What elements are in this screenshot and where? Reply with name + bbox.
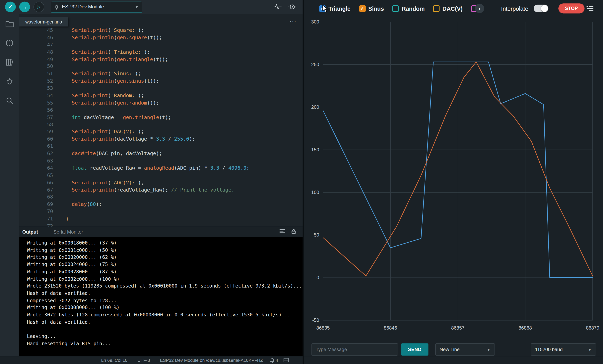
code-line-67[interactable]: 67 Serial.println(readVoltage_Raw); // P… xyxy=(19,187,302,194)
board-selector[interactable]: ESP32 Dev Module ▼ xyxy=(51,1,142,12)
code-line-49[interactable]: 49 Serial.println(gen.triangle(t)); xyxy=(19,56,302,63)
baud-rate-value: 115200 baud xyxy=(535,347,563,352)
encoding[interactable]: UTF-8 xyxy=(137,358,150,362)
code-line-57[interactable]: 57 int dacVoltage = gen.triangle(t); xyxy=(19,114,302,121)
code-line-55[interactable]: 55 Serial.println(gen.random()); xyxy=(19,99,302,107)
code-line-45[interactable]: 45 Serial.print("Square:"); xyxy=(19,27,302,34)
code-editor[interactable]: 45 Serial.print("Square:");46 Serial.pri… xyxy=(19,27,302,227)
line-number: 48 xyxy=(19,49,53,56)
code-text xyxy=(53,121,66,128)
code-line-66[interactable]: 66 Serial.print("ADC(V):"); xyxy=(19,179,302,186)
code-text: Serial.print("Square:"); xyxy=(53,27,144,34)
code-line-48[interactable]: 48 Serial.print("Triangle:"); xyxy=(19,49,302,56)
code-text xyxy=(53,41,66,49)
editor-pane: waveform-gen.ino ··· 45 Serial.print("Sq… xyxy=(19,14,302,226)
line-number: 54 xyxy=(19,92,53,99)
code-line-52[interactable]: 52 Serial.println(gen.sinus(t)); xyxy=(19,78,302,85)
svg-text:200: 200 xyxy=(311,104,319,110)
debug-button[interactable]: ▷ xyxy=(34,2,44,12)
code-line-71[interactable]: 71} xyxy=(19,215,302,223)
code-text: Serial.println(gen.triangle(t)); xyxy=(53,56,168,63)
interpolate-toggle[interactable] xyxy=(533,5,548,12)
stop-button[interactable]: STOP xyxy=(558,3,584,13)
message-input[interactable] xyxy=(312,343,398,356)
library-manager-icon[interactable] xyxy=(5,58,14,66)
code-text xyxy=(53,107,66,114)
serial-plotter-icon[interactable] xyxy=(273,3,282,10)
legend-menu-icon[interactable] xyxy=(586,5,594,11)
line-number: 68 xyxy=(19,194,53,201)
line-number: 66 xyxy=(19,179,53,186)
clear-output-icon[interactable] xyxy=(279,228,285,236)
board-port-status[interactable]: ESP32 Dev Module on /dev/cu.usbserial-A1… xyxy=(160,358,263,362)
legend-checkbox-dac-v-[interactable]: DAC(V) xyxy=(433,5,463,12)
legend-checkbox-triangle[interactable]: ✓Triangle xyxy=(319,5,350,12)
legend-checkbox-random[interactable]: Random xyxy=(393,5,425,12)
code-line-47[interactable]: 47 xyxy=(19,41,302,49)
code-text xyxy=(53,143,66,150)
line-number: 45 xyxy=(19,27,53,34)
code-line-64[interactable]: 64 float readVoltage_Raw = analogRead(AD… xyxy=(19,165,302,172)
code-line-56[interactable]: 56 xyxy=(19,107,302,114)
code-line-69[interactable]: 69 delay(80); xyxy=(19,201,302,208)
legend-next-button[interactable]: › xyxy=(475,4,484,13)
code-line-46[interactable]: 46 Serial.println(gen.square(t)); xyxy=(19,34,302,41)
output-console[interactable]: Writing at 0x00018000... (37 %)Writing a… xyxy=(19,237,302,356)
search-icon[interactable] xyxy=(5,96,14,105)
serial-monitor-icon[interactable] xyxy=(288,3,296,10)
svg-text:150: 150 xyxy=(311,147,319,152)
code-line-62[interactable]: 62 dacWrite(DAC_pin, dacVoltage); xyxy=(19,150,302,157)
verify-button[interactable]: ✓ xyxy=(5,2,16,12)
cursor-position[interactable]: Ln 69, Col 10 xyxy=(101,358,128,362)
svg-text:86857: 86857 xyxy=(451,325,464,331)
console-line: Writing at 0x00020000... (62 %) xyxy=(27,254,303,261)
code-line-51[interactable]: 51 Serial.print("Sinus:"); xyxy=(19,70,302,78)
baud-rate-select[interactable]: 115200 baud ▼ xyxy=(531,343,596,356)
code-line-68[interactable]: 68 xyxy=(19,194,302,201)
code-text xyxy=(53,208,66,215)
line-number: 53 xyxy=(19,85,53,92)
console-line: Hash of data verified. xyxy=(27,319,303,326)
svg-text:86846: 86846 xyxy=(384,325,397,331)
code-line-61[interactable]: 61 xyxy=(19,143,302,150)
legend-checkbox-sinus[interactable]: ✓Sinus xyxy=(359,5,384,12)
code-line-72[interactable]: 72 xyxy=(19,223,302,227)
code-line-60[interactable]: 60 Serial.println(dacVoltage * 3.3 / 255… xyxy=(19,136,302,143)
chart-x-tick-labels: 8683586846868578686886879 xyxy=(316,325,599,331)
line-number: 62 xyxy=(19,150,53,157)
code-line-59[interactable]: 59 Serial.print("DAC(V):"); xyxy=(19,128,302,136)
notifications-button[interactable]: 4 xyxy=(270,358,278,363)
send-button[interactable]: SEND xyxy=(401,343,428,356)
lock-scroll-icon[interactable] xyxy=(291,228,297,236)
checkbox-icon: ✓ xyxy=(359,5,366,12)
code-line-70[interactable]: 70 xyxy=(19,208,302,215)
code-line-53[interactable]: 53 xyxy=(19,85,302,92)
code-line-50[interactable]: 50 xyxy=(19,63,302,70)
tab-serial-monitor[interactable]: Serial Monitor xyxy=(53,229,83,235)
toggle-knob xyxy=(541,5,548,12)
line-number: 60 xyxy=(19,136,53,143)
code-line-63[interactable]: 63 xyxy=(19,157,302,165)
debugger-icon[interactable] xyxy=(5,77,14,86)
upload-button[interactable]: → xyxy=(19,2,30,12)
line-ending-select[interactable]: New Line ▼ xyxy=(435,343,495,356)
line-number: 49 xyxy=(19,56,53,63)
line-number: 67 xyxy=(19,187,53,194)
chevron-down-icon: ▼ xyxy=(135,5,139,9)
arduino-ide-window: ✓ → ▷ ESP32 Dev Module ▼ xyxy=(0,0,603,364)
code-line-54[interactable]: 54 Serial.print("Random:"); xyxy=(19,92,302,99)
code-line-65[interactable]: 65 xyxy=(19,172,302,179)
tab-waveform-gen-ino[interactable]: waveform-gen.ino xyxy=(19,17,68,26)
checkbox-icon xyxy=(433,5,440,12)
tab-output[interactable]: Output xyxy=(22,229,38,235)
sketchbook-folder-icon[interactable] xyxy=(5,20,14,28)
code-line-58[interactable]: 58 xyxy=(19,121,302,128)
plotter-chart: 300250200150100500-508683586846868578686… xyxy=(304,0,603,338)
svg-text:86879: 86879 xyxy=(586,325,599,331)
console-line: Leaving... xyxy=(27,333,303,340)
boards-manager-icon[interactable] xyxy=(5,39,14,47)
toggle-panel-icon[interactable] xyxy=(284,358,289,362)
editor-more-button[interactable]: ··· xyxy=(290,18,297,24)
line-number: 50 xyxy=(19,63,53,70)
chart-grid xyxy=(323,22,593,320)
